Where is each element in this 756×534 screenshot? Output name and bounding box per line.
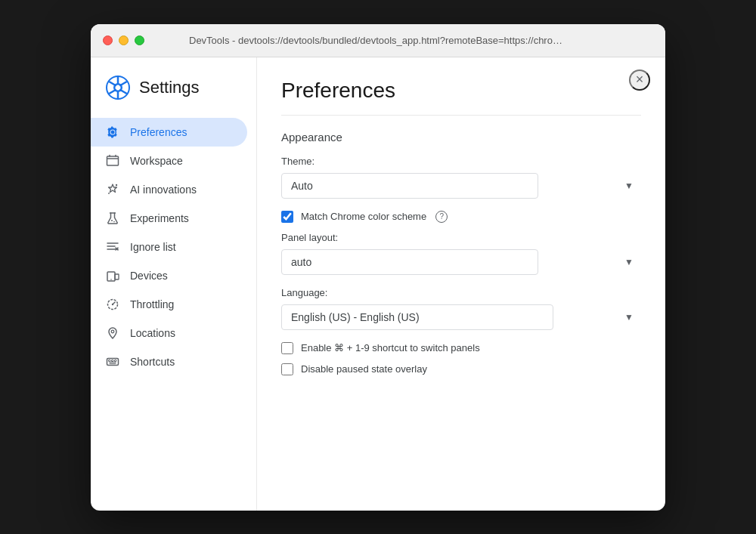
titlebar-title: DevTools - devtools://devtools/bundled/d…	[189, 35, 567, 46]
paused-overlay-label: Disable paused state overlay	[301, 363, 427, 375]
workspace-icon	[106, 154, 119, 168]
settings-header: Settings	[91, 76, 256, 118]
language-select[interactable]: English (US) - English (US) Deutsch - Ge…	[281, 304, 553, 330]
appearance-heading: Appearance	[281, 131, 641, 144]
match-chrome-color-label: Match Chrome color scheme	[301, 211, 426, 222]
devtools-window: DevTools - devtools://devtools/bundled/d…	[91, 24, 665, 511]
devices-icon	[106, 269, 119, 282]
svg-point-4	[116, 184, 117, 185]
sidebar-label-throttling: Throttling	[130, 298, 174, 310]
svg-rect-18	[112, 360, 114, 361]
svg-point-6	[111, 220, 113, 221]
sidebar-label-workspace: Workspace	[130, 155, 183, 167]
language-select-wrapper: English (US) - English (US) Deutsch - Ge…	[281, 304, 641, 330]
sidebar-label-experiments: Experiments	[130, 212, 189, 224]
main-panel: × Preferences Appearance Theme: Auto Lig…	[257, 57, 665, 511]
svg-point-15	[111, 330, 114, 333]
ignore-list-icon	[106, 240, 119, 254]
svg-rect-19	[115, 360, 117, 361]
match-chrome-help-icon[interactable]: ?	[435, 211, 448, 223]
sidebar-item-ignore-list[interactable]: Ignore list	[91, 233, 247, 261]
shortcut-switch-label: Enable ⌘ + 1-9 shortcut to switch panels	[301, 342, 480, 353]
shortcut-switch-row: Enable ⌘ + 1-9 shortcut to switch panels	[281, 342, 641, 354]
svg-point-5	[108, 193, 110, 194]
sidebar-label-ai-innovations: AI innovations	[130, 184, 197, 196]
sidebar-item-preferences[interactable]: Preferences	[91, 118, 247, 147]
svg-point-14	[112, 303, 113, 304]
experiments-icon	[106, 211, 119, 225]
chrome-devtools-icon	[106, 76, 130, 100]
shortcuts-icon	[106, 355, 119, 369]
page-title: Preferences	[281, 79, 641, 103]
sidebar-label-shortcuts: Shortcuts	[130, 356, 175, 368]
panel-layout-select[interactable]: auto horizontal vertical	[281, 249, 538, 275]
theme-select-arrow: ▼	[624, 181, 634, 191]
section-divider	[281, 115, 641, 116]
svg-rect-20	[110, 362, 116, 363]
content-area: Settings Preferences	[91, 57, 665, 511]
svg-point-7	[113, 221, 115, 222]
sidebar-label-locations: Locations	[130, 327, 175, 339]
throttling-icon	[106, 298, 119, 311]
sidebar-item-throttling[interactable]: Throttling	[91, 290, 247, 319]
language-label: Language:	[281, 287, 641, 298]
sidebar-item-shortcuts[interactable]: Shortcuts	[91, 347, 247, 376]
svg-rect-17	[109, 360, 111, 361]
theme-select-wrapper: Auto Light Dark System preference ▼	[281, 173, 641, 199]
language-select-arrow: ▼	[624, 312, 634, 323]
theme-label: Theme:	[281, 156, 641, 167]
panel-layout-select-arrow: ▼	[624, 257, 634, 267]
sidebar-item-ai-innovations[interactable]: AI innovations	[91, 175, 247, 204]
match-chrome-color-checkbox[interactable]	[281, 211, 293, 223]
theme-select[interactable]: Auto Light Dark System preference	[281, 173, 538, 199]
sidebar: Settings Preferences	[91, 57, 257, 511]
paused-overlay-row: Disable paused state overlay	[281, 363, 641, 375]
panel-layout-label: Panel layout:	[281, 232, 641, 243]
sidebar-label-preferences: Preferences	[130, 126, 187, 138]
ai-icon	[106, 183, 119, 196]
svg-rect-3	[107, 156, 119, 165]
sidebar-nav: Preferences Workspace	[91, 118, 256, 376]
sidebar-item-locations[interactable]: Locations	[91, 319, 247, 347]
traffic-lights	[103, 35, 144, 45]
sidebar-item-experiments[interactable]: Experiments	[91, 204, 247, 233]
appearance-section: Appearance Theme: Auto Light Dark System…	[281, 131, 641, 375]
titlebar: DevTools - devtools://devtools/bundled/d…	[91, 24, 665, 57]
sidebar-label-devices: Devices	[130, 270, 168, 282]
settings-title: Settings	[139, 78, 200, 97]
sidebar-label-ignore-list: Ignore list	[130, 241, 176, 253]
panel-layout-select-wrapper: auto horizontal vertical ▼	[281, 249, 641, 275]
minimize-traffic-light[interactable]	[119, 35, 129, 45]
shortcut-switch-checkbox[interactable]	[281, 342, 293, 354]
maximize-traffic-light[interactable]	[135, 35, 144, 45]
match-chrome-color-row: Match Chrome color scheme ?	[281, 211, 641, 223]
sidebar-item-devices[interactable]: Devices	[91, 261, 247, 290]
close-traffic-light[interactable]	[103, 35, 113, 45]
sidebar-item-workspace[interactable]: Workspace	[91, 147, 247, 175]
svg-point-12	[110, 279, 112, 280]
locations-icon	[106, 326, 119, 340]
preferences-icon	[106, 125, 119, 139]
paused-overlay-checkbox[interactable]	[281, 363, 293, 375]
close-button[interactable]: ×	[629, 69, 650, 91]
